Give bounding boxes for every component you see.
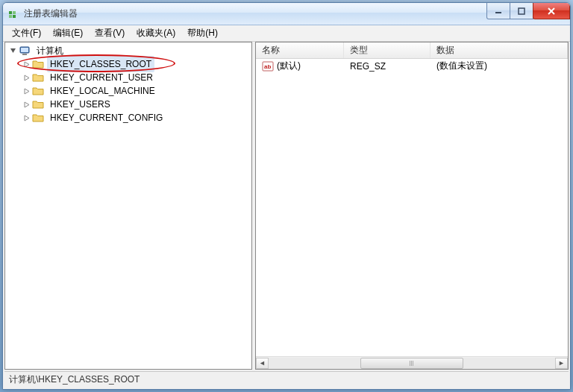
svg-text:ab: ab	[264, 63, 271, 70]
folder-icon	[32, 72, 44, 83]
menu-edit[interactable]: 编辑(E)	[47, 25, 89, 42]
svg-rect-9	[21, 48, 28, 52]
expander-closed-icon[interactable]	[22, 60, 31, 69]
tree-label-hkcc: HKEY_CURRENT_CONFIG	[47, 110, 166, 126]
svg-rect-5	[519, 8, 525, 14]
menubar: 文件(F) 编辑(E) 查看(V) 收藏夹(A) 帮助(H)	[3, 25, 570, 42]
folder-icon	[32, 58, 44, 70]
horizontal-scrollbar[interactable]: ◄ ►	[256, 356, 568, 369]
menu-file[interactable]: 文件(F)	[6, 25, 47, 42]
string-value-icon: ab	[262, 60, 274, 72]
status-path: 计算机\HKEY_CLASSES_ROOT	[9, 373, 140, 386]
maximize-button[interactable]	[510, 3, 533, 19]
panes-row: 计算机 HKEY_CLASSES_ROOT	[3, 42, 570, 370]
list-body[interactable]: ab (默认) REG_SZ (数值未设置)	[256, 59, 568, 356]
close-icon	[547, 7, 556, 16]
tree-pane: 计算机 HKEY_CLASSES_ROOT	[4, 42, 252, 370]
tree-node-hklm[interactable]: HKEY_LOCAL_MACHINE	[5, 84, 251, 98]
folder-icon	[32, 98, 44, 110]
app-icon	[7, 8, 19, 20]
svg-rect-10	[22, 54, 27, 55]
scroll-thumb[interactable]	[360, 358, 463, 369]
titlebar[interactable]: 注册表编辑器	[3, 3, 570, 25]
scroll-left-button[interactable]: ◄	[256, 358, 269, 369]
window: 注册表编辑器 文件(F) 编辑(E) 查看(V) 收藏夹(A) 帮助(H)	[2, 2, 571, 390]
menu-favorites[interactable]: 收藏夹(A)	[131, 25, 181, 42]
svg-rect-1	[13, 11, 16, 14]
client-area: 计算机 HKEY_CLASSES_ROOT	[3, 42, 570, 389]
cell-name-text: (默认)	[277, 60, 301, 72]
svg-rect-4	[495, 12, 501, 13]
tree-node-hkcc[interactable]: HKEY_CURRENT_CONFIG	[5, 111, 251, 124]
maximize-icon	[518, 7, 525, 15]
minimize-icon	[495, 7, 502, 15]
folder-icon	[32, 112, 44, 124]
menu-view[interactable]: 查看(V)	[89, 25, 131, 42]
cell-name: ab (默认)	[256, 60, 344, 72]
cell-type: REG_SZ	[344, 61, 430, 72]
svg-rect-0	[9, 11, 12, 14]
window-title: 注册表编辑器	[24, 7, 78, 20]
svg-rect-3	[13, 15, 16, 18]
expander-open-icon[interactable]	[8, 46, 17, 55]
svg-rect-2	[9, 15, 12, 18]
column-header-data[interactable]: 数据	[430, 42, 568, 58]
expander-closed-icon[interactable]	[22, 73, 31, 82]
expander-closed-icon[interactable]	[22, 86, 31, 95]
window-buttons	[487, 3, 570, 19]
statusbar: 计算机\HKEY_CLASSES_ROOT	[4, 371, 569, 388]
tree[interactable]: 计算机 HKEY_CLASSES_ROOT	[5, 42, 251, 126]
scroll-track[interactable]	[269, 358, 555, 369]
list-row[interactable]: ab (默认) REG_SZ (数值未设置)	[256, 59, 568, 72]
scroll-right-button[interactable]: ►	[555, 358, 568, 369]
close-button[interactable]	[533, 3, 570, 19]
computer-icon	[19, 45, 31, 57]
expander-closed-icon[interactable]	[22, 113, 31, 122]
column-header-type[interactable]: 类型	[344, 42, 430, 58]
minimize-button[interactable]	[486, 3, 510, 19]
column-header-name[interactable]: 名称	[256, 42, 344, 58]
list-header[interactable]: 名称 类型 数据	[256, 42, 568, 59]
cell-data: (数值未设置)	[430, 60, 568, 72]
expander-closed-icon[interactable]	[22, 100, 31, 109]
list-pane: 名称 类型 数据 ab (默认) REG_SZ (数值未设置)	[255, 42, 569, 370]
tree-wrap: 计算机 HKEY_CLASSES_ROOT	[5, 42, 251, 369]
menu-help[interactable]: 帮助(H)	[181, 25, 224, 42]
folder-icon	[32, 85, 44, 97]
